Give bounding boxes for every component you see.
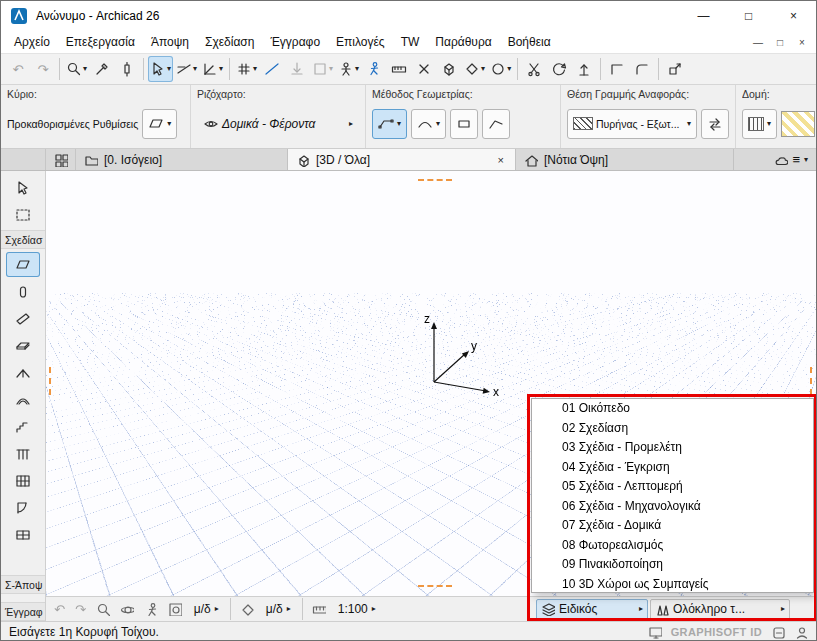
geometry-curved-button[interactable]: ▾ — [411, 109, 446, 139]
layer-combination-item[interactable]: 09 Πινακιδοποίηση — [532, 555, 813, 575]
orbit-button[interactable] — [116, 599, 138, 620]
beam-tool[interactable] — [6, 306, 40, 331]
model-unit-dropdown[interactable]: μ/δ ▸ — [188, 599, 225, 620]
scale-dropdown[interactable]: 1:100 ▸ — [332, 599, 382, 620]
zoom-button[interactable]: ▾ — [64, 56, 89, 82]
fit-in-window-button[interactable] — [164, 599, 186, 620]
profile-icon[interactable] — [794, 625, 808, 639]
window-controls: — □ × — [681, 1, 816, 31]
layer-combination-item[interactable]: 01 Οικόπεδο — [532, 399, 813, 419]
tab-close-icon[interactable]: × — [495, 154, 507, 166]
cube-icon — [441, 61, 457, 77]
menu-design[interactable]: Σχεδίαση — [197, 33, 262, 51]
shell-tool[interactable] — [6, 387, 40, 412]
back-button[interactable]: ↶ — [50, 599, 69, 620]
circle-shape-button[interactable]: ▾ — [488, 56, 513, 82]
layer-combination-item[interactable]: 02 Σχεδίαση — [532, 419, 813, 439]
grid-snap-button[interactable]: ▾ — [234, 56, 259, 82]
gravity-button[interactable] — [285, 56, 309, 82]
door-tool[interactable] — [6, 495, 40, 520]
geometry-box-button[interactable] — [450, 109, 478, 139]
curtain-wall-tool[interactable] — [6, 468, 40, 493]
tab-list-icon[interactable]: ≡ — [792, 153, 800, 166]
tab-3d-all[interactable]: [3D / Όλα] × — [288, 149, 516, 170]
doc-close-icon[interactable]: × — [796, 37, 808, 48]
layer-combination-item[interactable]: 03 Σχέδια - Προμελέτη — [532, 438, 813, 458]
cutaway-button[interactable] — [437, 56, 461, 82]
resize-button[interactable] — [663, 56, 687, 82]
arrow-tool-button[interactable]: ▾ — [148, 56, 173, 82]
layer-combination-dropdown[interactable]: Ειδικός ▸ — [536, 599, 648, 620]
zoom-mode-button[interactable] — [92, 599, 114, 620]
column-tool[interactable] — [6, 279, 40, 304]
menu-help[interactable]: Βοήθεια — [500, 33, 559, 51]
layer-combination-item[interactable]: 06 Σχέδια - Μηχανολογικά — [532, 497, 813, 517]
coordinates-button[interactable]: ▾ — [200, 56, 225, 82]
undo-button[interactable]: ↶ — [6, 56, 30, 82]
default-settings-label[interactable]: Προκαθορισμένες Ρυθμίσεις — [7, 118, 138, 130]
maximize-icon[interactable]: □ — [726, 1, 771, 31]
redo-button[interactable]: ↷ — [31, 56, 55, 82]
graphisoft-id-label[interactable]: GRAPHISOFT ID — [671, 626, 762, 638]
chevron-down-icon[interactable]: ▾ — [804, 156, 808, 164]
slab-tool[interactable] — [6, 333, 40, 358]
tab-south-elevation[interactable]: [Νότια Όψη] — [516, 149, 734, 170]
elevate-button[interactable] — [572, 56, 596, 82]
structure-type-button[interactable]: ▾ — [742, 109, 777, 139]
trace-reference-dropdown[interactable]: Δομικά - Φέροντα ▸ — [197, 109, 359, 139]
layer-combination-item[interactable]: 10 3D Χώροι ως Συμπαγείς — [532, 575, 813, 595]
close-icon[interactable]: × — [771, 1, 816, 31]
wall-settings-button[interactable]: ▾ — [142, 109, 177, 139]
menu-windows[interactable]: Παράθυρα — [427, 33, 499, 51]
close-element-button[interactable] — [412, 56, 436, 82]
railing-tool[interactable] — [6, 441, 40, 466]
intersect-button[interactable] — [630, 56, 654, 82]
menu-file[interactable]: Αρχείο — [6, 33, 58, 51]
minimize-icon[interactable]: — — [681, 1, 726, 31]
adjust-button[interactable] — [547, 56, 571, 82]
explore-model-button[interactable] — [362, 56, 386, 82]
doc-minimize-icon[interactable]: — — [752, 37, 764, 48]
forward-button[interactable]: ↷ — [71, 599, 90, 620]
explore-button[interactable] — [140, 599, 162, 620]
inject-parameters-button[interactable] — [115, 56, 139, 82]
dimension-unit-dropdown[interactable]: μ/δ ▸ — [260, 599, 297, 620]
select-arrow-tool[interactable] — [6, 175, 40, 200]
menu-edit[interactable]: Επεξεργασία — [58, 33, 143, 51]
shape-button[interactable]: ▾ — [310, 56, 335, 82]
menu-teamwork[interactable]: TW — [393, 33, 428, 51]
layer-combination-item[interactable]: 04 Σχέδια - Έγκριση — [532, 458, 813, 478]
pen-set-dropdown[interactable]: Ολόκληρο τ... ▸ — [650, 599, 790, 620]
layer-combination-item[interactable]: 08 Φωτορεαλισμός — [532, 536, 813, 556]
composite-swatch-button[interactable] — [781, 111, 815, 137]
geometry-straight-button[interactable]: ▾ — [372, 109, 407, 139]
flip-button[interactable] — [701, 109, 729, 139]
panel-label: Ριζόχαρτο: — [197, 88, 359, 103]
menu-document[interactable]: Έγγραφο — [262, 33, 328, 51]
stair-tool[interactable] — [6, 414, 40, 439]
roof-tool[interactable] — [6, 360, 40, 385]
dimension-button[interactable] — [387, 56, 411, 82]
layer-combination-item[interactable]: 07 Σχέδια - Δομικά — [532, 516, 813, 536]
trim-button[interactable] — [605, 56, 629, 82]
geometry-chained-button[interactable] — [482, 109, 510, 139]
doc-restore-icon[interactable]: □ — [774, 37, 786, 48]
window-tool[interactable] — [6, 522, 40, 547]
user-origin-button[interactable]: ▾ — [336, 56, 361, 82]
reference-line-dropdown[interactable]: Πυρήνας - Εξωτ... ▾ — [567, 109, 697, 139]
layer-combination-item[interactable]: 05 Σχέδια - Λεπτομερή — [532, 477, 813, 497]
quick-options-button[interactable] — [46, 149, 76, 170]
section-marker-top — [418, 179, 452, 181]
menu-options[interactable]: Επιλογές — [328, 33, 393, 51]
scale-icon-button[interactable] — [308, 599, 330, 620]
split-button[interactable] — [522, 56, 546, 82]
guide-lines-button[interactable] — [260, 56, 284, 82]
tab-floorplan[interactable]: [0. Ισόγειο] — [76, 149, 288, 170]
snap-guides-button[interactable]: ▾ — [174, 56, 199, 82]
marker-button[interactable]: ▾ — [462, 56, 487, 82]
pick-up-parameters-button[interactable] — [90, 56, 114, 82]
wall-tool[interactable] — [6, 252, 40, 277]
menu-view[interactable]: Άποψη — [143, 33, 197, 51]
dimension-unit-icon-button[interactable] — [236, 599, 258, 620]
marquee-tool[interactable] — [6, 202, 40, 227]
